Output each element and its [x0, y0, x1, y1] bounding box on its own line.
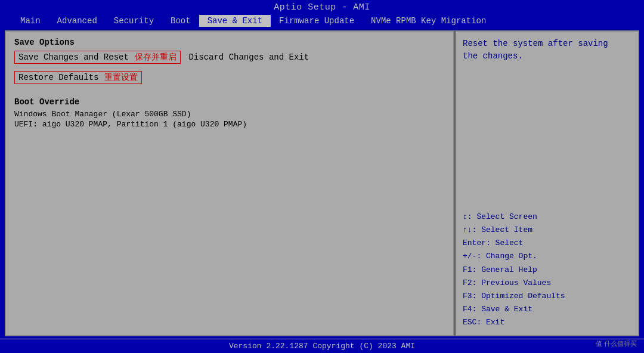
key-f1: F1: General Help: [463, 264, 631, 277]
save-changes-reset-item[interactable]: Save Changes and Reset 保存并重启: [14, 51, 181, 64]
save-options-title: Save Options: [14, 38, 445, 47]
discard-label: Discard Changes and Exit: [188, 52, 309, 62]
restore-defaults-label: Restore Defaults: [18, 73, 98, 82]
right-panel: Reset the system after saving the change…: [454, 30, 639, 336]
nav-item-boot[interactable]: Boot: [162, 15, 199, 27]
description-line1: Reset the system after saving: [463, 39, 608, 48]
boot-item-2[interactable]: UEFI: aigo U320 PMAP, Partition 1 (aigo …: [14, 119, 445, 129]
key-enter: Enter: Select: [463, 237, 631, 250]
watermark-text: 值 什么值得买: [596, 340, 637, 347]
nav-item-firmware[interactable]: Firmware Update: [271, 15, 363, 27]
nav-item-advanced[interactable]: Advanced: [49, 15, 106, 27]
key-esc: ESC: Exit: [463, 316, 631, 329]
key-change-opt: +/-: Change Opt.: [463, 250, 631, 263]
watermark: 值 什么值得买: [596, 339, 637, 348]
nav-item-nvme[interactable]: NVMe RPMB Key Migration: [363, 15, 494, 27]
nav-item-main[interactable]: Main: [12, 15, 49, 27]
restore-defaults-item[interactable]: Restore Defaults 重置设置: [14, 71, 142, 84]
key-f2: F2: Previous Values: [463, 277, 631, 290]
nav-item-save-exit[interactable]: Save & Exit: [199, 15, 271, 27]
description-line2: the changes.: [463, 51, 523, 61]
key-f3: F3: Optimized Defaults: [463, 290, 631, 303]
bios-screen: Aptio Setup - AMI Main Advanced Security…: [0, 0, 644, 353]
footer-text: Version 2.22.1287 Copyright (C) 2023 AMI: [229, 342, 415, 351]
footer: Version 2.22.1287 Copyright (C) 2023 AMI: [0, 339, 644, 353]
title-bar: Aptio Setup - AMI: [0, 0, 644, 14]
main-content: Save Options Save Changes and Reset 保存并重…: [5, 30, 639, 336]
nav-item-security[interactable]: Security: [106, 15, 162, 27]
key-select-item: ↑↓: Select Item: [463, 224, 631, 237]
boot-item-1[interactable]: Windows Boot Manager (Lexar 500GB SSD): [14, 109, 445, 119]
boot-override-title: Boot Override: [14, 97, 445, 107]
save-changes-chinese: 保存并重启: [135, 52, 177, 63]
key-f4: F4: Save & Exit: [463, 303, 631, 316]
keybindings: ↕: Select Screen ↑↓: Select Item Enter: …: [463, 210, 631, 329]
bios-title: Aptio Setup - AMI: [274, 2, 370, 13]
discard-changes-item[interactable]: Discard Changes and Exit: [186, 51, 311, 63]
restore-defaults-chinese: 重置设置: [104, 72, 138, 83]
right-description: Reset the system after saving the change…: [463, 38, 631, 63]
save-changes-label: Save Changes and Reset: [18, 52, 129, 62]
left-panel: Save Options Save Changes and Reset 保存并重…: [5, 30, 454, 336]
nav-bar: Main Advanced Security Boot Save & Exit …: [0, 14, 644, 28]
key-select-screen: ↕: Select Screen: [463, 210, 631, 224]
